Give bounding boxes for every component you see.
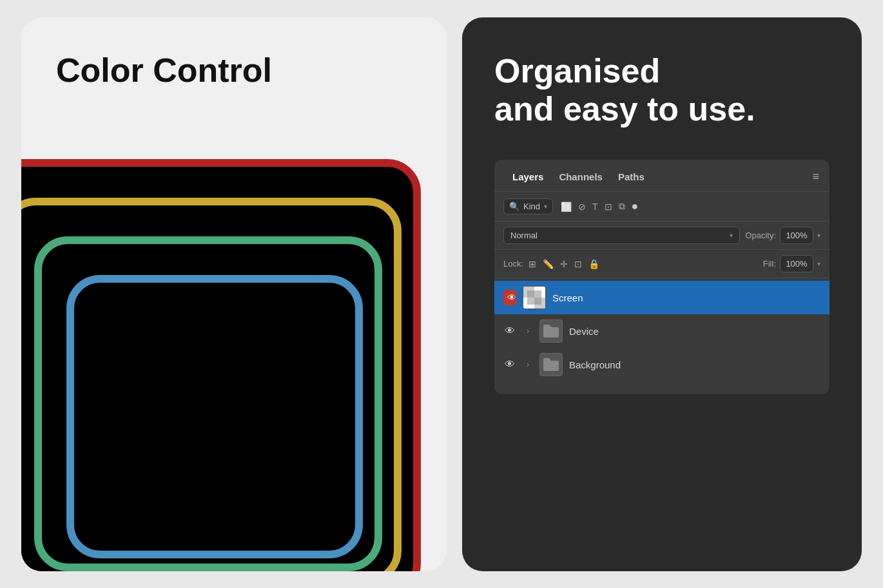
left-card: Color Control xyxy=(21,17,447,571)
right-card: Organisedand easy to use. Layers Channel… xyxy=(462,17,862,571)
layer-row-screen[interactable]: 👁 Screen xyxy=(494,281,830,314)
circle-filter-icon[interactable]: ⊘ xyxy=(578,202,586,212)
filter-icons: ⬜ ⊘ T ⊡ ⧉ ● xyxy=(561,200,638,213)
eye-icon-device[interactable]: 👁 xyxy=(503,325,516,337)
tab-channels[interactable]: Channels xyxy=(551,169,610,185)
panel-tabs: Layers Channels Paths ≡ xyxy=(494,160,830,192)
layer-row-device[interactable]: 👁 › Device xyxy=(494,314,830,348)
phones-container xyxy=(21,133,447,571)
panel-menu-icon[interactable]: ≡ xyxy=(812,170,819,184)
move-lock-icon[interactable]: ✛ xyxy=(560,259,568,269)
layer-thumb-screen xyxy=(523,286,546,309)
kind-dropdown[interactable]: 🔍 Kind ▾ xyxy=(503,198,553,214)
crop-lock-icon[interactable]: ⊡ xyxy=(574,259,582,269)
filter-row: 🔍 Kind ▾ ⬜ ⊘ T ⊡ ⧉ ● xyxy=(494,192,830,222)
eye-icon-screen[interactable]: 👁 xyxy=(503,290,516,305)
right-card-title: Organisedand easy to use. xyxy=(494,52,830,129)
fill-value[interactable]: 100% xyxy=(780,255,813,272)
fill-label: Fill: xyxy=(763,259,776,269)
grid-lock-icon[interactable]: ⊞ xyxy=(529,259,536,269)
layer-name-screen: Screen xyxy=(552,292,583,303)
blend-row: Normal ▾ Opacity: 100% ▾ xyxy=(494,222,830,250)
opacity-group: Opacity: 100% ▾ xyxy=(745,227,820,244)
lock-row: Lock: ⊞ ✏️ ✛ ⊡ 🔒 Fill: 100% ▾ xyxy=(494,250,830,278)
blend-arrow-icon: ▾ xyxy=(730,232,733,239)
layers-panel: Layers Channels Paths ≡ 🔍 Kind ▾ ⬜ ⊘ T ⊡… xyxy=(494,160,830,394)
fill-arrow-icon: ▾ xyxy=(817,260,820,267)
opacity-arrow-icon: ▾ xyxy=(817,232,820,239)
lock-icons: ⊞ ✏️ ✛ ⊡ 🔒 xyxy=(529,259,599,269)
chevron-device-icon[interactable]: › xyxy=(523,327,533,336)
phone-blue xyxy=(66,275,363,558)
fill-group: Fill: 100% ▾ xyxy=(763,255,820,272)
left-card-title: Color Control xyxy=(56,52,272,89)
tab-paths[interactable]: Paths xyxy=(610,169,652,185)
search-icon: 🔍 xyxy=(509,202,519,211)
text-filter-icon[interactable]: T xyxy=(592,202,598,212)
dropdown-arrow-icon: ▾ xyxy=(544,203,547,210)
layer-thumb-background xyxy=(539,353,563,376)
chevron-background-icon[interactable]: › xyxy=(523,360,533,369)
layer-name-device: Device xyxy=(569,326,599,337)
tab-layers[interactable]: Layers xyxy=(505,169,551,185)
blend-mode-label: Normal xyxy=(510,231,538,240)
kind-label: Kind xyxy=(523,202,540,211)
brush-lock-icon[interactable]: ✏️ xyxy=(543,259,554,269)
lock-label: Lock: xyxy=(503,259,523,269)
blend-mode-dropdown[interactable]: Normal ▾ xyxy=(503,227,740,244)
layer-thumb-device xyxy=(539,319,563,343)
layer-row-background[interactable]: 👁 › Background xyxy=(494,348,830,381)
image-filter-icon[interactable]: ⬜ xyxy=(561,202,572,212)
opacity-value[interactable]: 100% xyxy=(780,227,813,244)
layers-list: 👁 Screen 👁 › xyxy=(494,278,830,384)
eye-icon-background[interactable]: 👁 xyxy=(503,359,516,370)
svg-rect-4 xyxy=(527,290,541,305)
lock-icon[interactable]: 🔒 xyxy=(588,259,599,269)
linked-filter-icon[interactable]: ⧉ xyxy=(619,201,625,212)
dot-filter-icon[interactable]: ● xyxy=(632,200,639,213)
opacity-label: Opacity: xyxy=(745,231,776,240)
rect-filter-icon[interactable]: ⊡ xyxy=(605,202,612,212)
layer-name-background: Background xyxy=(569,359,621,370)
